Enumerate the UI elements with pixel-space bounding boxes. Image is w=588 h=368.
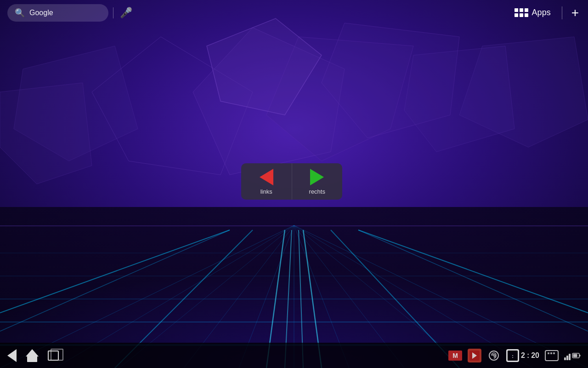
svg-rect-47 (548, 352, 549, 354)
search-divider (113, 7, 113, 18)
taskbar-nav-buttons (7, 349, 59, 362)
clock-display: 2 (521, 351, 525, 360)
back-button[interactable] (7, 349, 17, 362)
add-widget-button[interactable]: + (570, 6, 581, 19)
svg-rect-50 (569, 354, 571, 360)
app1-icon (468, 349, 481, 362)
right-arrow-icon (310, 169, 324, 185)
google-search-widget[interactable]: 🔍 Google (7, 4, 108, 22)
topbar-right: Apps + (511, 6, 581, 19)
svg-rect-46 (553, 352, 555, 354)
taskbar: M (0, 343, 588, 368)
recent-apps-button[interactable] (48, 351, 59, 361)
gmail-icon: M (448, 351, 462, 361)
gmail-icon-button[interactable]: M (448, 351, 462, 361)
apps-button[interactable]: Apps (511, 6, 554, 19)
recent-apps-icon (48, 351, 59, 361)
svg-rect-48 (564, 357, 566, 360)
links-label: links (260, 188, 272, 195)
voice-search-button[interactable]: 🎤 (118, 5, 134, 21)
svg-rect-49 (566, 356, 568, 360)
home-button[interactable] (26, 349, 39, 362)
topbar-separator (562, 6, 562, 19)
svg-rect-44 (545, 351, 558, 361)
signal-battery-area[interactable] (564, 349, 581, 362)
fingerprint-icon (487, 349, 501, 362)
rechts-label: rechts (309, 188, 325, 195)
apps-grid-icon (514, 8, 528, 17)
taskbar-system-tray: M (448, 349, 581, 362)
app1-button[interactable] (468, 349, 481, 362)
search-icon: 🔍 (15, 8, 25, 18)
svg-rect-53 (573, 354, 577, 357)
svg-point-41 (493, 355, 494, 356)
clock-icon: : (506, 349, 519, 362)
rechts-button[interactable]: rechts (292, 163, 343, 200)
navigation-widget: links rechts (241, 163, 342, 200)
clock-widget[interactable]: : 2 : 20 (506, 349, 539, 362)
back-icon (7, 349, 17, 362)
topbar: 🔍 Google 🎤 Apps + (0, 0, 588, 25)
home-icon (26, 349, 39, 362)
links-button[interactable]: links (241, 163, 292, 200)
svg-rect-52 (579, 355, 581, 356)
clock-separator: : (527, 351, 529, 360)
microphone-icon: 🎤 (120, 7, 132, 19)
apps-label: Apps (532, 8, 551, 17)
svg-rect-45 (550, 352, 552, 354)
left-arrow-icon (260, 169, 273, 185)
google-label: Google (29, 9, 53, 17)
fingerprint-button[interactable] (487, 349, 501, 362)
secondary-clock-icon[interactable] (545, 350, 559, 361)
clock-minutes: 20 (531, 351, 539, 360)
svg-text::: : (512, 353, 514, 358)
